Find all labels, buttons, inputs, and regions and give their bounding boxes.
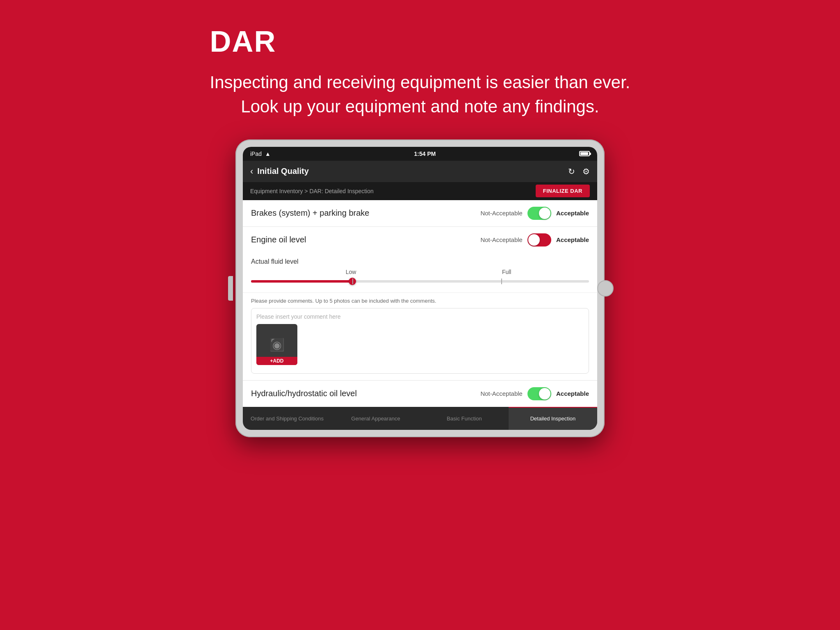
nav-right: ↻ ⚙ — [568, 167, 590, 176]
breadcrumb-part2: DAR: Detailed Inspection — [309, 188, 373, 194]
refresh-icon[interactable]: ↻ — [568, 167, 575, 176]
slider-track[interactable] — [251, 280, 589, 283]
fluid-label: Actual fluid level — [251, 258, 589, 265]
nav-bar: ‹ Initial Quality ↻ ⚙ — [243, 161, 597, 182]
engine-oil-label: Engine oil level — [251, 235, 306, 244]
app-title-section: DAR Inspecting and receiving equipment i… — [210, 0, 630, 119]
hydraulic-toggle[interactable] — [527, 387, 551, 400]
slider-fill — [251, 280, 352, 283]
hydraulic-label: Hydraulic/hydrostatic oil level — [251, 389, 357, 398]
tab-basic-function[interactable]: Basic Function — [420, 407, 509, 430]
status-bar-right — [579, 151, 590, 156]
camera-lens-icon: ◉ — [272, 339, 282, 352]
breadcrumb-bar: Equipment Inventory > DAR: Detailed Insp… — [243, 182, 597, 200]
nav-title: Initial Quality — [257, 167, 309, 176]
slider-marker-full — [501, 278, 502, 284]
nav-left: ‹ Initial Quality — [250, 166, 309, 177]
ipad-frame: iPad ▲ 1:54 PM ‹ Initial Quality ↻ ⚙ — [235, 139, 605, 437]
engine-oil-toggle-group: Not-Acceptable Acceptable — [480, 233, 589, 247]
hydraulic-inspection-item: Hydraulic/hydrostatic oil level Not-Acce… — [243, 380, 597, 407]
breadcrumb-part1: Equipment Inventory — [250, 188, 303, 194]
battery-icon — [579, 151, 590, 156]
tab-general-appearance[interactable]: General Appearance — [331, 407, 420, 430]
battery-fill — [580, 152, 588, 155]
comment-hint: Please provide comments. Up to 5 photos … — [251, 298, 589, 304]
breadcrumb: Equipment Inventory > DAR: Detailed Insp… — [250, 188, 374, 194]
status-bar-time: 1:54 PM — [414, 151, 436, 157]
finalize-dar-button[interactable]: FINALIZE DAR — [536, 185, 590, 197]
slider-full-label: Full — [502, 269, 511, 275]
status-bar: iPad ▲ 1:54 PM — [243, 147, 597, 161]
device-label: iPad — [250, 151, 262, 157]
brakes-label: Brakes (system) + parking brake — [251, 208, 369, 218]
back-button[interactable]: ‹ — [250, 166, 253, 177]
hydraulic-toggle-group: Not-Acceptable Acceptable — [480, 387, 589, 400]
engine-oil-toggle-label-left: Not-Acceptable — [480, 236, 523, 243]
fluid-section: Actual fluid level Low Full — [243, 253, 597, 292]
ipad-screen: iPad ▲ 1:54 PM ‹ Initial Quality ↻ ⚙ — [243, 147, 597, 430]
slider-low-label: Low — [346, 269, 356, 275]
hydraulic-row: Hydraulic/hydrostatic oil level Not-Acce… — [251, 387, 589, 400]
slider-marker-low — [352, 278, 353, 284]
tab-order-shipping[interactable]: Order and Shipping Conditions — [243, 407, 331, 430]
brakes-toggle-label-right: Acceptable — [556, 210, 589, 217]
engine-oil-toggle-knob — [528, 234, 540, 246]
wifi-icon: ▲ — [265, 151, 271, 157]
engine-oil-toggle[interactable] — [527, 233, 551, 247]
engine-oil-inspection-item: Engine oil level Not-Acceptable Acceptab… — [243, 227, 597, 253]
gear-icon[interactable]: ⚙ — [582, 167, 590, 176]
hydraulic-toggle-label-right: Acceptable — [556, 390, 589, 397]
photo-thumbnail[interactable]: ⬛ ◉ +ADD — [256, 324, 297, 365]
engine-oil-row: Engine oil level Not-Acceptable Acceptab… — [251, 233, 589, 247]
brakes-toggle[interactable] — [527, 207, 551, 220]
brakes-inspection-item: Brakes (system) + parking brake Not-Acce… — [243, 200, 597, 227]
slider-container: Low Full — [251, 269, 589, 283]
content-area: Brakes (system) + parking brake Not-Acce… — [243, 200, 597, 407]
tab-detailed-inspection[interactable]: Detailed Inspection — [509, 407, 597, 430]
hydraulic-toggle-label-left: Not-Acceptable — [480, 390, 523, 397]
brakes-toggle-knob — [539, 208, 550, 219]
brakes-toggle-group: Not-Acceptable Acceptable — [480, 207, 589, 220]
tab-bar: Order and Shipping Conditions General Ap… — [243, 407, 597, 430]
brakes-toggle-label-left: Not-Acceptable — [480, 210, 523, 217]
engine-oil-toggle-label-right: Acceptable — [556, 236, 589, 243]
add-photo-label: +ADD — [256, 357, 297, 365]
app-title: DAR — [210, 25, 630, 58]
app-subtitle: Inspecting and receiving equipment is ea… — [210, 71, 630, 119]
comment-box[interactable]: Please insert your comment here ⬛ ◉ +ADD — [251, 308, 589, 374]
hydraulic-toggle-knob — [539, 388, 550, 399]
comment-placeholder: Please insert your comment here — [256, 313, 584, 320]
status-bar-left: iPad ▲ — [250, 151, 271, 157]
breadcrumb-separator: > — [304, 188, 309, 194]
brakes-row: Brakes (system) + parking brake Not-Acce… — [251, 207, 589, 220]
comment-section: Please provide comments. Up to 5 photos … — [243, 292, 597, 380]
